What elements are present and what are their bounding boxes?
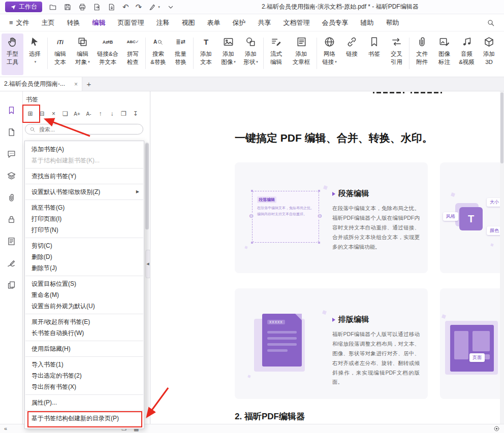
new-bookmark-icon[interactable]: ⊞ xyxy=(25,108,36,119)
new-child-bookmark-icon[interactable]: ⊟ xyxy=(37,108,47,119)
menu-item-print-section[interactable]: 打印节(N) xyxy=(25,224,144,236)
tool-edit-object[interactable]: 编辑 对象▾ xyxy=(72,34,93,75)
sidebar-fields[interactable] xyxy=(7,280,16,290)
new-tab-button[interactable]: + xyxy=(82,77,96,91)
menu-item-cut[interactable]: 剪切(C) xyxy=(25,240,144,251)
menu-item-export-selected-bookmarks[interactable]: 导出选定的书签(2) xyxy=(25,370,144,381)
scrollbar-thumb[interactable] xyxy=(500,92,503,163)
tool-cross-reference[interactable]: 交叉 引用 xyxy=(386,34,407,75)
tool-add-shape[interactable]: 添加 形状▾ xyxy=(240,34,262,75)
highlight-pen-dropdown[interactable]: ▾ xyxy=(148,3,160,11)
menu-item-hide-after-use[interactable]: 使用后隐藏(H) xyxy=(25,343,144,354)
convert-doc-icon[interactable] xyxy=(108,3,116,11)
collapse-sidebar-icon[interactable]: « xyxy=(4,426,7,431)
tool-web-links[interactable]: 网络 链接▾ xyxy=(319,34,340,75)
menu-share[interactable]: 共享 xyxy=(252,18,277,27)
sidebar-pages[interactable] xyxy=(7,127,16,137)
menu-view[interactable]: 视图 xyxy=(176,18,201,27)
tool-hand-tool[interactable]: 手型 工具 xyxy=(2,34,23,75)
tool-flow-edit[interactable]: 流式 编辑 xyxy=(265,34,287,75)
menu-comment[interactable]: 注释 xyxy=(150,18,176,27)
menu-item-create-toc-from-bookmarks[interactable]: 基于书签结构创建新的目录页(P) xyxy=(25,413,144,424)
print-icon[interactable] xyxy=(78,3,86,11)
open-folder-icon[interactable] xyxy=(49,3,57,11)
menu-item-import-bookmarks[interactable]: 导入书签(1) xyxy=(25,359,144,370)
toolbar-more-icon[interactable] xyxy=(167,3,175,11)
tool-add-3d[interactable]: 添加 3D xyxy=(478,34,500,75)
menu-help[interactable]: 帮助 xyxy=(380,18,405,27)
sidebar-destinations[interactable] xyxy=(7,237,16,246)
document-viewer[interactable]: 一键搞定 PDF 编辑、合并、转换、水印。 段落编辑 在段落中编辑文本，免除布局… xyxy=(150,91,504,424)
menu-item-find-current-bookmark[interactable]: 查找当前书签(Y) xyxy=(25,171,144,182)
tool-add-article-box[interactable]: 添加 文章框 xyxy=(288,34,315,75)
menu-page-organize[interactable]: 页面管理 xyxy=(112,18,150,27)
search-icon[interactable] xyxy=(487,19,495,27)
scrollbar-thumb[interactable] xyxy=(145,143,149,229)
menu-item-wrap-long-bookmarks[interactable]: 长书签自动换行(W) xyxy=(25,327,144,339)
save-icon[interactable] xyxy=(64,3,72,11)
tool-add-image[interactable]: 添加 图像▾ xyxy=(217,34,239,75)
tool-audio-video[interactable]: 音频 &视频 xyxy=(456,34,478,75)
spell-check-icon: ABC✓ xyxy=(127,36,139,48)
export-doc-icon[interactable] xyxy=(93,3,101,11)
tool-file-attachment[interactable]: 文件 附件 xyxy=(411,34,433,75)
tool-bookmark[interactable]: 书签 xyxy=(363,34,385,75)
sidebar-comments[interactable] xyxy=(7,149,16,159)
delete-bookmark-icon[interactable]: × xyxy=(48,108,59,119)
menu-item-set-default-zoom[interactable]: 设置默认书签缩放级别(Z)▶ xyxy=(25,186,144,197)
menu-item-set-appearance-default[interactable]: 设置当前外观为默认(U) xyxy=(25,301,144,312)
export-icon[interactable]: ↧ xyxy=(130,108,141,119)
document-tab[interactable]: 2.福昕会员使用指南-... × xyxy=(0,77,82,91)
sidebar-signatures[interactable] xyxy=(7,258,16,268)
menu-doc-manage[interactable]: 文档管理 xyxy=(277,18,316,27)
tool-search-replace[interactable]: A 搜索 &替换 xyxy=(147,34,169,75)
redo-icon[interactable]: ↷ xyxy=(136,3,142,11)
menu-accessibility[interactable]: 辅助 xyxy=(355,18,380,27)
sidebar-security[interactable] xyxy=(7,215,16,224)
tool-select[interactable]: 选择 ▾ xyxy=(24,34,46,75)
menu-item-properties[interactable]: 属性(P)... xyxy=(25,397,144,408)
tool-batch-replace[interactable]: ≣⇄ 批量 替换 xyxy=(170,34,192,75)
tool-spell-check[interactable]: ABC✓ 拼写 检查 xyxy=(122,34,144,75)
menu-item-set-destination[interactable]: 设置目标位置(S) xyxy=(25,278,144,289)
workspace-button[interactable]: 工作台 xyxy=(5,2,42,12)
menu-member-exclusive[interactable]: 会员专享 xyxy=(316,18,355,27)
font-decrease-icon[interactable]: A- xyxy=(83,108,94,119)
menu-home[interactable]: 主页 xyxy=(36,18,61,27)
new-page-icon[interactable]: ❐ xyxy=(118,108,129,119)
sidebar-bookmarks[interactable] xyxy=(7,106,16,115)
cut-section-icon[interactable]: ❏ xyxy=(60,108,71,119)
menu-item-expand-collapse-all[interactable]: 展开/收起所有书签(E) xyxy=(25,316,144,327)
menu-item-goto-bookmark[interactable]: 跳至书签(G) xyxy=(25,202,144,213)
sidebar-layers[interactable] xyxy=(7,171,16,181)
document-scrollbar[interactable] xyxy=(500,91,504,424)
move-up-icon[interactable]: ↑ xyxy=(95,108,106,119)
bookmark-search-input[interactable] xyxy=(38,126,139,133)
menu-item-delete[interactable]: 删除(D) xyxy=(25,251,144,262)
close-tab-icon[interactable]: × xyxy=(74,81,78,88)
menu-edit[interactable]: 编辑 xyxy=(86,18,112,27)
tool-link-join-text[interactable]: A⇄B 链接&合 并文本 xyxy=(94,34,121,75)
menu-item-delete-section[interactable]: 删除节(J) xyxy=(25,262,144,274)
menu-protect[interactable]: 保护 xyxy=(227,18,252,27)
menu-item-print-pages[interactable]: 打印页面(I) xyxy=(25,213,144,224)
sidebar-attachments[interactable] xyxy=(7,193,16,203)
bookmark-search-box[interactable] xyxy=(25,124,143,135)
tool-add-text[interactable]: T 添加 文本 xyxy=(195,34,217,75)
font-increase-icon[interactable]: A+ xyxy=(72,108,82,119)
menu-item-rename[interactable]: 重命名(M) xyxy=(25,289,144,301)
menu-file[interactable]: ≡ 文件 xyxy=(3,18,36,27)
move-down-icon[interactable]: ↓ xyxy=(107,108,117,119)
panel-scrollbar[interactable] xyxy=(145,142,149,419)
menu-item-add-bookmark[interactable]: 添加书签(A) xyxy=(25,144,144,155)
feature-card-layout-edit: XXXXX 排版编辑 福昕PDF编辑器个人版可以通过移动和缩放段落调整文档布局，… xyxy=(235,288,428,399)
menu-convert[interactable]: 转换 xyxy=(61,18,86,27)
menu-form[interactable]: 表单 xyxy=(201,18,227,27)
tool-image-annotation[interactable]: 图像 标注 xyxy=(433,34,455,75)
menu-item-export-all-bookmarks[interactable]: 导出所有书签(X) xyxy=(25,381,144,392)
focus-target-icon[interactable] xyxy=(493,425,500,432)
tool-link[interactable]: 链接 xyxy=(341,34,363,75)
undo-icon[interactable]: ↶ xyxy=(122,3,129,11)
panel-collapse-handle[interactable]: ◀ xyxy=(145,250,150,278)
tool-edit-text[interactable]: iTi 编辑 文本 xyxy=(49,34,71,75)
